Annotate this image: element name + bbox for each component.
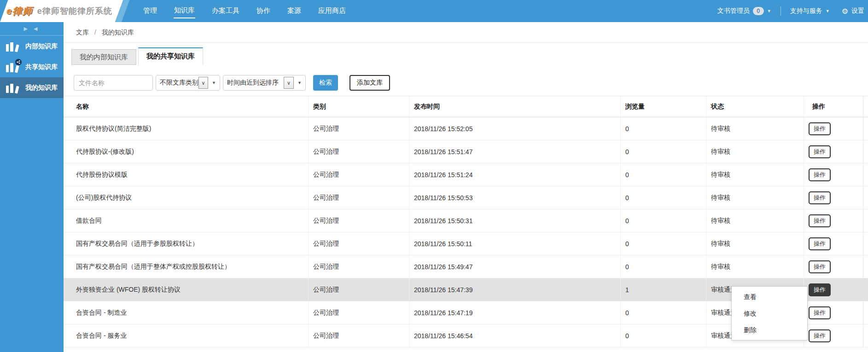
row-action-button[interactable]: 操作 — [809, 306, 831, 319]
menu-item-0[interactable]: 查看 — [732, 289, 807, 305]
cell-published: 2018/11/26 15:51:24 — [409, 163, 620, 186]
chevron-down-icon: ▼ — [826, 9, 830, 13]
cell-views: 0 — [620, 301, 706, 324]
search-button[interactable]: 检索 — [313, 75, 338, 91]
add-library-button[interactable]: 添加文库 — [350, 75, 390, 91]
cell-actions: 操作 — [804, 324, 868, 347]
row-action-button[interactable]: 操作 — [809, 168, 831, 181]
book-bar — [15, 86, 19, 93]
cell-name: 外资独资企业 (WFOE) 股权转让协议 — [64, 278, 308, 301]
cell-name: 国有产权交易合同（适用于整体产权或控股股权转让） — [64, 255, 308, 278]
cell-actions: 操作 — [804, 140, 868, 163]
book-bar — [15, 44, 19, 52]
column-published: 发布时间 — [409, 96, 620, 117]
cell-status: 待审核 — [706, 186, 804, 209]
row-action-menu: 查看修改删除 — [731, 286, 808, 340]
cell-status: 待审核 — [706, 117, 804, 140]
header-divider — [781, 6, 781, 16]
file-name-input[interactable] — [74, 75, 153, 91]
sidebar-collapse-button[interactable]: ▶ ◀ — [0, 22, 64, 36]
tab-0[interactable]: 我的内部知识库 — [71, 49, 136, 65]
column-actions: 操作 — [804, 96, 868, 117]
nav-item-3[interactable]: 协作 — [256, 5, 271, 18]
chevron-down-icon: ▼ — [294, 81, 305, 85]
sort-select-value: 时间由近到远排序 — [223, 79, 279, 87]
nav-item-2[interactable]: 办案工具 — [211, 5, 240, 18]
cell-views: 0 — [620, 324, 706, 347]
top-nav: 管理知识库办案工具协作案源应用商店 — [143, 0, 346, 22]
cell-category: 公司治理 — [308, 255, 409, 278]
cell-actions: 操作 — [804, 301, 868, 324]
column-status: 状态 — [706, 96, 804, 117]
cell-views: 0 — [620, 186, 706, 209]
row-action-button[interactable]: 操作 — [809, 122, 831, 135]
nav-item-0[interactable]: 管理 — [143, 5, 157, 18]
sidebar-item-0[interactable]: 内部知识库 — [0, 36, 64, 57]
cell-category: 公司治理 — [308, 186, 409, 209]
book-bar — [10, 63, 13, 72]
nav-item-4[interactable]: 案源 — [287, 5, 302, 18]
book-bar — [6, 65, 9, 72]
sidebar-item-label: 我的知识库 — [25, 84, 58, 92]
table-row: 国有产权交易合同（适用于参股股权转让）公司治理2018/11/26 15:50:… — [64, 232, 868, 255]
cell-name: 合资合同 - 服务业 — [64, 324, 308, 347]
cell-name: 国有产权交易合同（适用于参股股权转让） — [64, 232, 308, 255]
cell-status: 待审核 — [706, 140, 804, 163]
cell-actions: 操作 — [804, 186, 868, 209]
cell-actions: 操作 — [804, 117, 868, 140]
table-row: 借款合同公司治理2018/11/26 15:50:310待审核操作 — [64, 209, 868, 232]
cell-views: 0 — [620, 140, 706, 163]
menu-item-1[interactable]: 修改 — [732, 305, 807, 322]
breadcrumb-separator: / — [94, 29, 96, 36]
sidebar-item-label: 共享知识库 — [25, 63, 58, 71]
cell-published: 2018/11/26 15:46:54 — [409, 324, 620, 347]
user-menu[interactable]: 文书管理员 0 ▼ — [717, 7, 771, 15]
row-action-button[interactable]: 操作 — [809, 329, 831, 342]
cell-views: 0 — [620, 232, 706, 255]
cell-status: 待审核 — [706, 209, 804, 232]
cell-views: 0 — [620, 255, 706, 278]
row-action-button[interactable]: 操作 — [809, 145, 831, 158]
cell-actions: 操作 — [804, 232, 868, 255]
cell-name: 代持股份协议模版 — [64, 163, 308, 186]
category-select[interactable]: 不限文库类别 ∨ ▼ — [156, 75, 220, 91]
row-action-button[interactable]: 操作 — [809, 214, 831, 227]
settings-button[interactable]: ⚙ 设置 — [842, 7, 864, 16]
logo[interactable]: e律师 e律师智能律所系统 — [6, 0, 112, 22]
breadcrumb-root[interactable]: 文库 — [76, 29, 89, 36]
select-arrow-icon: ∨ — [284, 77, 294, 89]
sidebar-item-1[interactable]: 共享知识库 — [0, 57, 64, 77]
sidebar-item-2[interactable]: 我的知识库 — [0, 77, 64, 98]
select-arrow-icon: ∨ — [198, 77, 208, 89]
category-select-value: 不限文库类别 — [156, 79, 198, 87]
column-views: 浏览量 — [620, 96, 706, 117]
library-tabs: 我的内部知识库我的共享知识库 — [71, 46, 868, 65]
sort-select[interactable]: 时间由近到远排序 ∨ ▼ — [223, 75, 306, 91]
cell-published: 2018/11/26 15:47:19 — [409, 301, 620, 324]
row-action-button[interactable]: 操作 — [809, 283, 831, 296]
menu-item-2[interactable]: 删除 — [732, 322, 807, 338]
row-action-button[interactable]: 操作 — [809, 237, 831, 250]
support-menu[interactable]: 支持与服务 ▼ — [790, 7, 830, 15]
cell-name: 股权代持协议(简洁完整版) — [64, 117, 308, 140]
book-bar — [10, 84, 13, 93]
cell-name: (公司)股权代持协议 — [64, 186, 308, 209]
tab-1[interactable]: 我的共享知识库 — [138, 47, 203, 65]
row-action-button[interactable]: 操作 — [809, 191, 831, 204]
cell-category: 公司治理 — [308, 209, 409, 232]
gear-icon: ⚙ — [842, 7, 848, 16]
row-action-button[interactable]: 操作 — [809, 260, 831, 273]
nav-item-1[interactable]: 知识库 — [174, 4, 195, 18]
table-row: 国有产权交易合同（适用于整体产权或控股股权转让）公司治理2018/11/26 1… — [64, 255, 868, 278]
cell-actions: 操作 — [804, 278, 868, 301]
cell-views: 0 — [620, 117, 706, 140]
table-header: 名称 类别 发布时间 浏览量 状态 操作 — [64, 96, 868, 117]
books-share-icon — [6, 62, 20, 72]
user-role-label: 文书管理员 — [717, 7, 750, 15]
breadcrumb: 文库 / 我的知识库 — [64, 22, 868, 43]
breadcrumb-current: 我的知识库 — [102, 29, 134, 36]
cell-category: 公司治理 — [308, 278, 409, 301]
cell-published: 2018/11/26 15:49:47 — [409, 255, 620, 278]
nav-item-5[interactable]: 应用商店 — [318, 5, 346, 18]
cell-published: 2018/11/26 15:51:47 — [409, 140, 620, 163]
